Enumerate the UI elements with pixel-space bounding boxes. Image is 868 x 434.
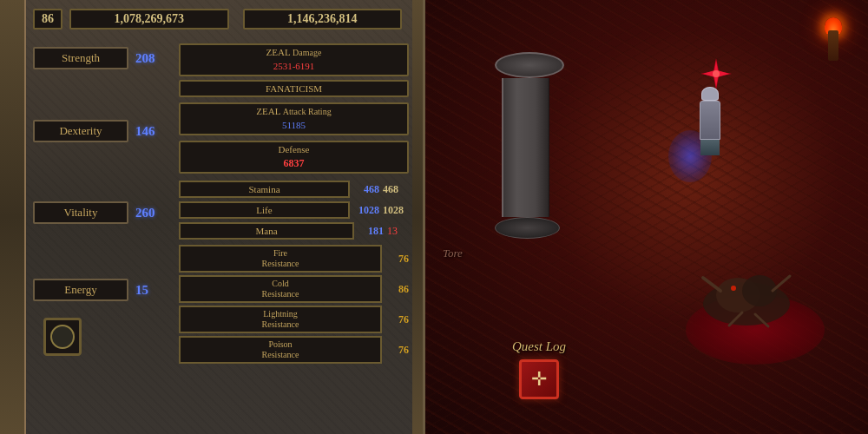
- mana-val2: 13: [387, 225, 409, 238]
- zeal-damage-box: ZEAL Damage 2531-6191: [179, 43, 409, 76]
- pillar-top: [495, 52, 564, 78]
- svg-point-2: [713, 70, 720, 77]
- poison-resistance-row: Poison Resistance 76: [179, 336, 409, 364]
- stamina-val2: 468: [383, 183, 409, 196]
- strength-row: Strength 208: [33, 47, 172, 69]
- fire-resistance-row: Fire Resistance 76: [179, 245, 409, 273]
- poison-label-text: Poison: [268, 339, 292, 349]
- energy-label: Energy: [33, 279, 128, 301]
- burst-svg: [699, 56, 733, 91]
- svg-line-6: [703, 278, 720, 291]
- stats-content: 86 1,078,269,673 1,146,236,814 Strength …: [0, 0, 423, 373]
- stamina-row: Stamina 468 468: [179, 181, 409, 198]
- lightning-resistance-value: 76: [387, 313, 409, 326]
- lightning-resistance-label: Lightning Resistance: [179, 306, 382, 333]
- mana-val1: 181: [358, 225, 384, 238]
- strength-label: Strength: [33, 47, 128, 69]
- character-stats-panel: 86 1,078,269,673 1,146,236,814 Strength …: [0, 0, 425, 434]
- game-view-panel: Tore Quest Log ✛: [425, 0, 868, 434]
- stamina-val1: 468: [353, 183, 379, 196]
- energy-row: Energy 15: [33, 279, 172, 301]
- zeal-ar-label: ZEAL Attack Rating: [187, 106, 400, 116]
- poison-sub-text: Resistance: [262, 350, 299, 359]
- char-torso: [700, 101, 720, 140]
- exp-box-2: 1,146,236,814: [243, 9, 403, 30]
- pillar-shaft: [502, 78, 549, 217]
- lightning-sub-text: Resistance: [262, 319, 299, 329]
- zeal-damage-label: ZEAL Damage: [187, 47, 400, 57]
- primary-stats-column: Strength 208 Dexterity 146 Vitality 260: [33, 40, 172, 366]
- quest-log-label: Quest Log: [512, 339, 566, 354]
- defense-label: Defense: [187, 144, 400, 155]
- dexterity-row: Dexterity 146: [33, 120, 172, 142]
- crosshair-icon: ✛: [531, 370, 547, 389]
- vitality-row: Vitality 260: [33, 201, 172, 224]
- level-box: 86: [33, 9, 62, 30]
- stamina-label: Stamina: [179, 181, 350, 198]
- player-character: [690, 87, 729, 156]
- monster-svg: [694, 243, 799, 330]
- life-val1: 1028: [353, 204, 379, 217]
- fire-sub-text: Resistance: [262, 259, 299, 268]
- defense-value: 6837: [284, 157, 305, 169]
- skills-stats-column: ZEAL Damage 2531-6191 FANATICISM ZEAL At…: [179, 40, 409, 366]
- svg-line-7: [773, 276, 790, 291]
- level-value: 86: [42, 12, 54, 25]
- top-bar: 86 1,078,269,673 1,146,236,814: [33, 7, 409, 31]
- quest-log-area: Quest Log ✛: [512, 339, 566, 399]
- zeal-ar-text: ZEAL: [256, 106, 280, 116]
- dexterity-label: Dexterity: [33, 120, 128, 142]
- energy-value: 15: [135, 283, 166, 298]
- circle-decoration: [50, 325, 75, 349]
- cold-resistance-label: Cold Resistance: [179, 275, 382, 303]
- exp-value-2: 1,146,236,814: [287, 12, 358, 25]
- lightning-resistance-row: Lightning Resistance 76: [179, 306, 409, 333]
- zeal-ar-sub: Attack Rating: [283, 107, 332, 116]
- mana-label: Mana: [179, 222, 354, 240]
- life-label: Life: [179, 201, 350, 219]
- quest-log-button[interactable]: ✛: [519, 359, 559, 399]
- zeal-ar-value: 51185: [282, 120, 306, 130]
- mana-row: Mana 181 13: [179, 222, 409, 240]
- fire-label-text: Fire: [273, 248, 287, 258]
- floor-texture: [425, 0, 868, 434]
- shield-icon[interactable]: [43, 318, 82, 356]
- red-burst-effect: [699, 56, 733, 91]
- lightning-label-text: Lightning: [263, 309, 297, 319]
- defense-box: Defense 6837: [179, 141, 409, 174]
- vitality-label: Vitality: [33, 201, 128, 224]
- pillar-base: [495, 217, 560, 239]
- life-val2: 1028: [383, 204, 409, 217]
- torch-base: [828, 30, 838, 61]
- cold-sub-text: Resistance: [262, 289, 299, 299]
- zeal-ar-box: ZEAL Attack Rating 51185: [179, 102, 409, 135]
- strength-value: 208: [135, 51, 166, 66]
- zeal-damage-value: 2531-6191: [273, 61, 315, 71]
- fire-resistance-value: 76: [387, 253, 409, 266]
- dexterity-value: 146: [135, 124, 166, 139]
- wall-torch: [825, 17, 842, 61]
- exp-box-1: 1,078,269,673: [69, 9, 229, 30]
- fanaticism-box: FANATICISM: [179, 80, 409, 97]
- fire-resistance-label: Fire Resistance: [179, 245, 382, 273]
- monster-pile: [694, 243, 799, 330]
- cold-resistance-value: 86: [387, 283, 409, 296]
- cold-resistance-row: Cold Resistance 86: [179, 275, 409, 303]
- fanaticism-label: FANATICISM: [187, 83, 400, 94]
- zeal-label: ZEAL: [266, 47, 291, 57]
- stone-pillar: [495, 52, 556, 243]
- exp-value-1: 1,078,269,673: [115, 12, 185, 25]
- life-row: Life 1028 1028: [179, 201, 409, 219]
- zeal-sub: Damage: [293, 48, 321, 57]
- vitality-value: 260: [135, 206, 166, 220]
- char-helmet: [701, 87, 719, 101]
- svg-point-10: [731, 286, 736, 291]
- tore-label: Tore: [443, 247, 463, 260]
- poison-resistance-value: 76: [387, 344, 409, 357]
- char-legs: [700, 140, 720, 155]
- cold-label-text: Cold: [272, 279, 288, 288]
- poison-resistance-label: Poison Resistance: [179, 336, 382, 364]
